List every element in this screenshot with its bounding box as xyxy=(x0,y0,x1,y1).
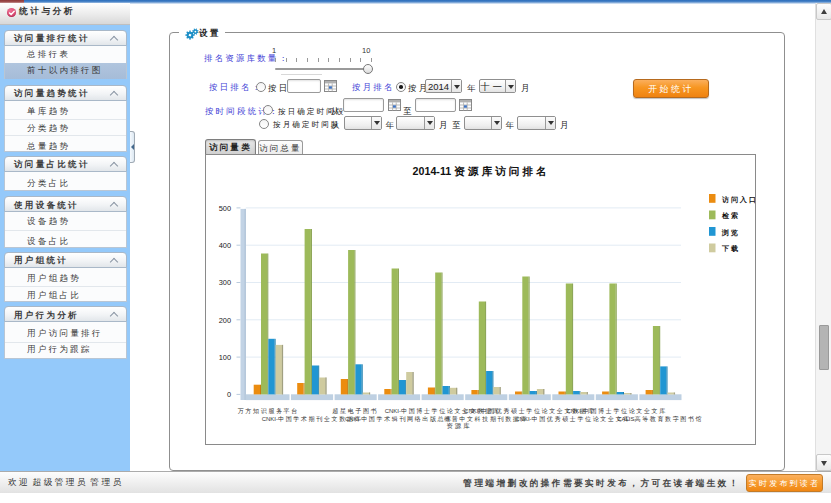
svg-text:CNKI-中国优秀硕士学位论文全文库: CNKI-中国优秀硕士学位论文全文库 xyxy=(515,415,631,423)
svg-text:资源库: 资源库 xyxy=(447,422,472,429)
svg-text:访问入口: 访问入口 xyxy=(721,195,755,204)
svg-text:100: 100 xyxy=(219,353,231,362)
svg-text:300: 300 xyxy=(219,278,231,287)
svg-text:CALIS高等教育数字图书馆: CALIS高等教育数字图书馆 xyxy=(617,415,703,423)
svg-text:CNKI-中国博士学位论文全文库: CNKI-中国博士学位论文全文库 xyxy=(567,407,667,415)
svg-text:检索: 检索 xyxy=(721,211,740,220)
svg-text:超星电子图书: 超星电子图书 xyxy=(332,407,378,415)
svg-text:下载: 下载 xyxy=(721,245,740,253)
svg-text:浏览: 浏览 xyxy=(721,228,740,237)
svg-text:500: 500 xyxy=(219,204,231,213)
svg-text:200: 200 xyxy=(219,316,231,325)
svg-text:CNKI-中国学术辑刊网络出版总库: CNKI-中国学术辑刊网络出版总库 xyxy=(345,415,453,423)
svg-text:2014-11 资源库访问排名: 2014-11 资源库访问排名 xyxy=(413,165,550,177)
svg-text:0: 0 xyxy=(227,390,231,399)
svg-text:万方知识服务平台: 万方知识服务平台 xyxy=(238,407,299,415)
svg-text:400: 400 xyxy=(219,241,231,250)
